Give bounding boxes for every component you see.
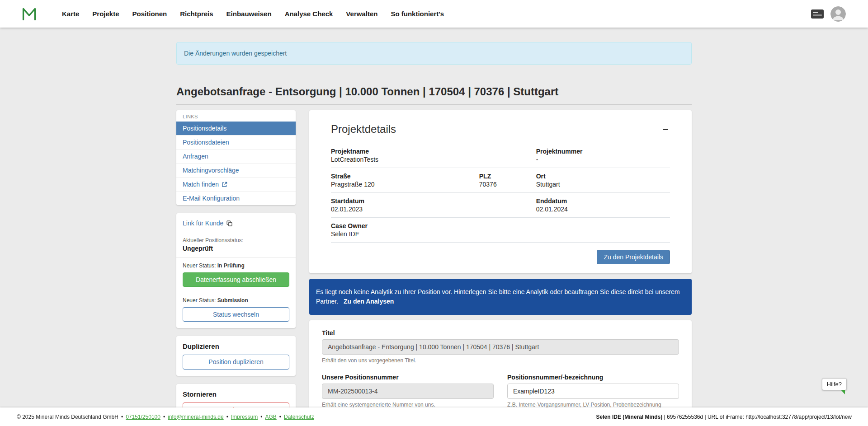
new-status-line-1: Neuer Status: In Prüfung <box>183 262 289 269</box>
complete-data-entry-button[interactable]: Datenerfassung abschließen <box>183 272 289 287</box>
field-label: Startdatum <box>331 197 479 205</box>
project-field: Ort Stuttgart <box>536 173 670 188</box>
nav-item-richtpreis[interactable]: Richtpreis <box>180 10 213 18</box>
nav-item-so-funktionierts[interactable]: So funktioniert's <box>391 10 444 18</box>
sidebar-item-label: Match finden <box>183 181 219 188</box>
our-number-label: Unsere Positionsnummer <box>322 374 494 381</box>
divider <box>176 257 296 257</box>
customer-link[interactable]: Link für Kunde <box>183 220 232 227</box>
footer-datenschutz-link[interactable]: Datenschutz <box>284 414 314 420</box>
nav-item-karte[interactable]: Karte <box>62 10 79 18</box>
title-field-group: Titel Erhält den von uns vorgegebenen Ti… <box>322 329 679 364</box>
position-number-helper: Z.B. Interne-Vorgangsnummer, LV-Position… <box>507 402 679 408</box>
footer-separator: • <box>226 414 228 420</box>
field-label: Projektnummer <box>536 148 670 155</box>
sidebar-item-positionsdateien[interactable]: Positionsdateien <box>176 135 296 149</box>
footer-agb-link[interactable]: AGB <box>265 414 276 420</box>
status-card: Link für Kunde Aktueller Positionsstatus… <box>176 213 296 328</box>
footer-separator: • <box>279 414 281 420</box>
sidebar-item-matchingvorschlaege[interactable]: Matchingvorschläge <box>176 163 296 177</box>
analytics-link[interactable]: Zu den Analysen <box>344 298 394 305</box>
current-status-value: Ungeprüft <box>183 245 289 252</box>
project-field: PLZ 70376 <box>479 173 536 188</box>
footer-impressum-link[interactable]: Impressum <box>231 414 258 420</box>
divider <box>176 292 296 292</box>
links-header: LINKS <box>176 110 296 122</box>
number-fields-row: Unsere Positionsnummer Erhält eine syste… <box>322 374 679 408</box>
top-navbar: Karte Projekte Positionen Richtpreis Ein… <box>0 0 868 28</box>
position-form-card: Titel Erhält den von uns vorgegebenen Ti… <box>309 320 692 421</box>
nav-item-projekte[interactable]: Projekte <box>92 10 119 18</box>
nav-item-einbauweisen[interactable]: Einbauweisen <box>226 10 272 18</box>
field-label: Ort <box>536 173 670 180</box>
current-status-label: Aktueller Positionsstatus: <box>183 237 289 243</box>
project-field: Startdatum 02.01.2023 <box>331 197 479 213</box>
main-layout: LINKS Positionsdetails Positionsdateien … <box>176 110 692 426</box>
project-field: Case Owner Selen IDE <box>331 222 479 238</box>
project-row: Straße Pragstraße 120 PLZ 70376 Ort Stut… <box>331 168 670 192</box>
project-row: Startdatum 02.01.2023 Enddatum 02.01.202… <box>331 192 670 217</box>
nav-item-positionen[interactable]: Positionen <box>132 10 167 18</box>
footer-phone-link[interactable]: 07151/250100 <box>126 414 160 420</box>
position-number-group: Positionsnummer/-bezeichnung Z.B. Intern… <box>507 374 679 408</box>
nav-item-analyse-check[interactable]: Analyse Check <box>285 10 333 18</box>
field-value: 02.01.2024 <box>536 206 670 213</box>
footer-left: © 2025 Mineral Minds Deutschland GmbH • … <box>17 414 314 420</box>
brand-logo-icon[interactable] <box>21 5 38 22</box>
switch-status-button[interactable]: Status wechseln <box>183 307 289 322</box>
collapse-icon[interactable] <box>661 125 670 134</box>
project-field: Projektname LotCreationTests <box>331 148 479 163</box>
footer-session-info: Selen IDE (Mineral Minds) | 69576255536d… <box>596 414 852 420</box>
project-field: Projektnummer - <box>536 148 670 163</box>
id-card-icon[interactable] <box>811 9 824 19</box>
main-content: Projektdetails Projektname LotCreationTe… <box>309 110 692 421</box>
page-content: Die Änderungen wurden gespeichert Angebo… <box>176 42 692 426</box>
footer-email-link[interactable]: info@mineral-minds.de <box>168 414 224 420</box>
new-status-value: In Prüfung <box>217 262 245 269</box>
footer-separator: • <box>260 414 262 420</box>
sidebar-item-email-konfiguration[interactable]: E-Mail Konfiguration <box>176 191 296 205</box>
project-details-card: Projektdetails Projektname LotCreationTe… <box>309 110 692 273</box>
field-value: Pragstraße 120 <box>331 181 479 188</box>
project-field: Enddatum 02.01.2024 <box>536 197 670 213</box>
field-value: 02.01.2023 <box>331 206 479 213</box>
position-number-input[interactable] <box>507 384 679 399</box>
project-details-button[interactable]: Zu den Projektdetails <box>597 250 670 264</box>
page-title: Angebotsanfrage - Entsorgung | 10.000 To… <box>176 85 692 105</box>
position-number-label: Positionsnummer/-bezeichnung <box>507 374 679 381</box>
project-details-title: Projektdetails <box>331 123 396 136</box>
footer-separator: • <box>163 414 165 420</box>
cancel-card-title: Stornieren <box>183 390 289 398</box>
duplicate-card-title: Duplizieren <box>183 342 289 350</box>
field-value: 70376 <box>479 181 536 188</box>
divider <box>176 232 296 232</box>
title-field-input <box>322 339 679 355</box>
sidebar-item-positionsdetails[interactable]: Positionsdetails <box>176 122 296 135</box>
footer-session-details: | 69576255536d | URL of iFrame: http://l… <box>664 414 852 420</box>
help-button[interactable]: Hilfe? <box>822 378 847 390</box>
new-status-label: Neuer Status: <box>183 262 216 269</box>
duplicate-position-button[interactable]: Position duplizieren <box>183 355 289 369</box>
footer-separator: • <box>121 414 123 420</box>
project-row: Case Owner Selen IDE <box>331 217 670 243</box>
footer-user: Selen IDE (Mineral Minds) <box>596 414 663 420</box>
field-value: LotCreationTests <box>331 156 479 163</box>
field-value: Selen IDE <box>331 230 479 238</box>
sidebar: LINKS Positionsdetails Positionsdateien … <box>176 110 296 426</box>
nav-item-verwalten[interactable]: Verwalten <box>346 10 377 18</box>
project-details-header: Projektdetails <box>331 123 670 136</box>
new-status-line-2: Neuer Status: Submission <box>183 297 289 304</box>
sidebar-item-anfragen[interactable]: Anfragen <box>176 149 296 163</box>
links-card: LINKS Positionsdetails Positionsdateien … <box>176 110 296 205</box>
user-avatar-icon[interactable] <box>830 6 846 22</box>
project-actions: Zu den Projektdetails <box>331 250 670 264</box>
copy-icon <box>226 220 232 226</box>
customer-link-label: Link für Kunde <box>183 220 223 227</box>
project-row: Projektname LotCreationTests Projektnumm… <box>331 143 670 168</box>
our-number-helper: Erhält eine systemgenerierte Nummer von … <box>322 402 494 408</box>
title-field-helper: Erhält den von uns vorgegebenen Titel. <box>322 357 679 364</box>
sidebar-item-match-finden[interactable]: Match finden <box>176 177 296 191</box>
title-field-label: Titel <box>322 329 679 337</box>
field-label: Case Owner <box>331 222 479 229</box>
navbar-right <box>811 6 868 22</box>
